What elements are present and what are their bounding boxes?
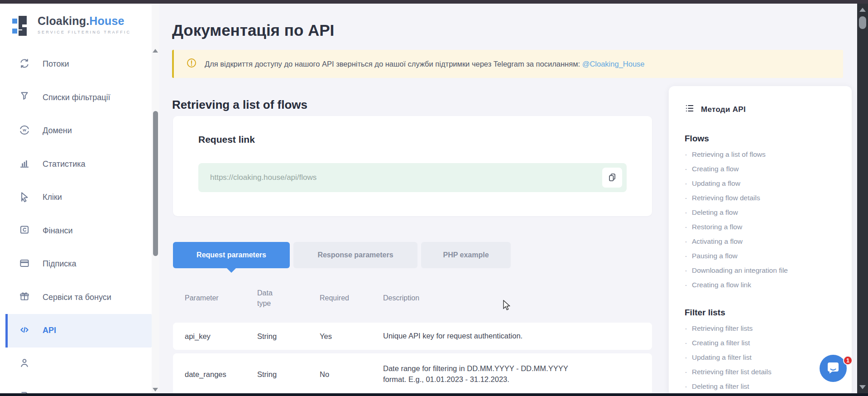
list-icon xyxy=(685,103,695,116)
request-link-title: Request link xyxy=(198,134,255,145)
scroll-down-arrow-icon[interactable] xyxy=(153,388,158,391)
method-link-restoring-a-flow[interactable]: ·Restoring a flow xyxy=(685,220,843,234)
methods-section-flows: Flows xyxy=(685,134,843,144)
window-bottom-edge xyxy=(0,393,868,396)
method-link-label: Updating a flow xyxy=(692,179,740,188)
page-scrollbar[interactable] xyxy=(857,4,868,393)
method-link-pausing-a-flow[interactable]: ·Pausing a flow xyxy=(685,249,843,263)
bar-chart-icon xyxy=(19,157,30,171)
method-link-deleting-a-flow[interactable]: ·Deleting a flow xyxy=(685,205,843,220)
cursor-icon xyxy=(19,191,30,204)
method-link-label: Deleting a filter list xyxy=(692,382,749,391)
method-link-label: Activating a flow xyxy=(692,237,743,246)
sidebar-item-flows[interactable]: Потоки xyxy=(0,48,152,81)
chat-widget-button[interactable] xyxy=(820,355,847,382)
method-link-deleting-a-filter-list[interactable]: ·Deleting a filter list xyxy=(685,379,843,394)
method-link-label: Restoring a flow xyxy=(692,223,742,231)
sidebar-item-label: Статистика xyxy=(43,159,86,169)
method-link-retrieving-list-of-flows[interactable]: ·Retrieving a list of flows xyxy=(685,147,843,162)
method-link-label: Retrieving filter list details xyxy=(692,368,772,376)
sidebar-nav: Потоки Списки фільтрації w Домени Статис… xyxy=(0,48,152,393)
sidebar-scrollbar[interactable] xyxy=(152,4,159,393)
method-link-creating-a-filter-list[interactable]: ·Creating a filter list xyxy=(685,336,843,350)
tab-php-example[interactable]: PHP example xyxy=(421,242,511,268)
sidebar-item-subscription[interactable]: Підписка xyxy=(0,247,152,281)
brand-name-dark: Cloaking. xyxy=(38,14,89,27)
cell-description: Date range for filtering in DD.MM.YYYY -… xyxy=(383,363,582,385)
scroll-up-arrow-icon[interactable] xyxy=(859,8,866,12)
sidebar-item-label: Підписка xyxy=(43,259,77,269)
gift-icon xyxy=(19,290,30,304)
telegram-link[interactable]: @Cloaking_House xyxy=(582,60,645,68)
sidebar-item-label: Фінанси xyxy=(43,226,73,236)
cell-parameter: date_ranges xyxy=(185,370,257,379)
sidebar-item-referrals[interactable] xyxy=(0,348,152,381)
svg-text:w: w xyxy=(22,127,26,132)
method-link-activating-a-flow[interactable]: ·Activating a flow xyxy=(685,234,843,249)
logo[interactable]: Cloaking.House SERVICE FILTERING TRAFFIC xyxy=(12,14,131,39)
sidebar-item-api[interactable]: API xyxy=(5,314,152,348)
sidebar-item-label: API xyxy=(43,326,56,335)
request-url-field[interactable]: https://cloaking.house/api/flows xyxy=(198,163,627,192)
scroll-up-arrow-icon[interactable] xyxy=(153,49,158,53)
method-link-label: Retrieving a list of flows xyxy=(692,150,766,159)
logo-mark-icon xyxy=(12,14,32,39)
globe-icon: w xyxy=(19,124,30,138)
person-icon xyxy=(19,357,30,371)
sidebar-item-filter-lists[interactable]: Списки фільтрації xyxy=(0,81,152,115)
wallet-icon xyxy=(19,224,30,237)
cell-parameter: api_key xyxy=(185,332,257,341)
parameter-tabs: Request parameters Response parameters P… xyxy=(173,242,511,268)
cell-data-type: String xyxy=(257,370,320,379)
filter-icon xyxy=(19,91,30,104)
request-link-card: Request link https://cloaking.house/api/… xyxy=(173,116,652,216)
table-row: api_key String Yes Unique API key for re… xyxy=(173,323,652,350)
sidebar-item-domains[interactable]: w Домени xyxy=(0,114,152,148)
code-icon xyxy=(19,324,30,338)
method-link-updating-a-filter-list[interactable]: ·Updating a filter list xyxy=(685,350,843,365)
warning-icon xyxy=(187,58,197,70)
sidebar-item-label: Сервіси та бонуси xyxy=(43,293,111,302)
copy-icon xyxy=(608,173,617,183)
column-header-data-type: Data type xyxy=(257,288,280,309)
sidebar-item-clicks[interactable]: Кліки xyxy=(0,181,152,214)
tab-request-parameters[interactable]: Request parameters xyxy=(173,242,290,268)
brand-tagline: SERVICE FILTERING TRAFFIC xyxy=(38,30,131,34)
table-row: date_ranges String No Date range for fil… xyxy=(173,353,652,395)
sidebar-item-services-bonuses[interactable]: Сервіси та бонуси xyxy=(0,281,152,314)
method-link-creating-a-flow[interactable]: ·Creating a flow xyxy=(685,162,843,176)
cell-description: Unique API key for request authenticatio… xyxy=(383,331,582,342)
sidebar: Cloaking.House SERVICE FILTERING TRAFFIC… xyxy=(0,4,159,393)
method-link-creating-a-flow-link[interactable]: ·Creating a flow link xyxy=(685,278,843,292)
method-link-label: Retrieving flow details xyxy=(692,194,760,202)
method-link-label: Creating a flow link xyxy=(692,281,751,289)
method-link-updating-a-flow[interactable]: ·Updating a flow xyxy=(685,176,843,191)
copy-button[interactable] xyxy=(602,168,622,188)
page-scrollbar-thumb[interactable] xyxy=(859,16,866,29)
sidebar-scrollbar-thumb[interactable] xyxy=(153,111,158,256)
method-link-label: Pausing a flow xyxy=(692,252,738,260)
mouse-cursor xyxy=(502,300,512,314)
method-link-retrieving-flow-details[interactable]: ·Retrieving flow details xyxy=(685,191,843,205)
method-link-retrieving-filter-list-details[interactable]: ·Retrieving filter list details xyxy=(685,365,843,379)
banner-text: Для відкриття доступу до нашого API звер… xyxy=(205,60,580,68)
method-link-label: Creating a filter list xyxy=(692,339,750,347)
cell-data-type: String xyxy=(257,332,320,341)
cell-required: Yes xyxy=(320,332,383,341)
sidebar-item-statistics[interactable]: Статистика xyxy=(0,148,152,181)
api-methods-panel: Методи API Flows ·Retrieving a list of f… xyxy=(669,86,852,396)
scroll-down-arrow-icon[interactable] xyxy=(859,385,866,389)
table-header-row: Parameter Data type Required Description xyxy=(173,276,652,320)
method-link-downloading-integration-file[interactable]: ·Downloading an integration file xyxy=(685,263,843,278)
tab-response-parameters[interactable]: Response parameters xyxy=(293,242,417,268)
method-link-retrieving-filter-lists[interactable]: ·Retrieving filter lists xyxy=(685,321,843,336)
logo-text: Cloaking.House SERVICE FILTERING TRAFFIC xyxy=(38,14,131,34)
column-header-parameter: Parameter xyxy=(185,294,257,302)
brand-name-accent: House xyxy=(89,14,124,27)
sidebar-item-finance[interactable]: Фінанси xyxy=(0,214,152,248)
chat-notification-badge: 1 xyxy=(843,356,853,365)
sidebar-item-partial[interactable] xyxy=(0,381,152,393)
method-link-label: Creating a flow xyxy=(692,165,739,173)
sidebar-item-label: Потоки xyxy=(43,59,69,69)
credit-card-icon xyxy=(19,257,30,271)
